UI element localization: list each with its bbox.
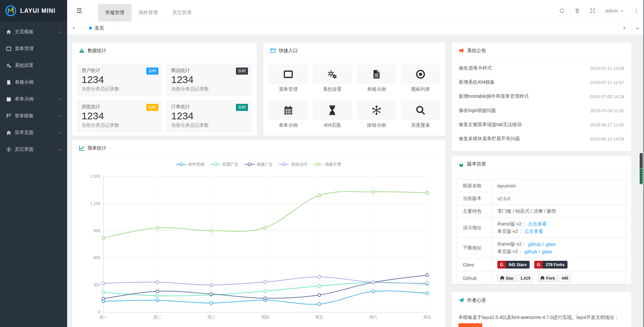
sidebar-item-5[interactable]: 登录模板 [0, 108, 67, 124]
github-count[interactable]: 1,419 [517, 275, 533, 282]
version-link[interactable]: gitee [542, 249, 552, 254]
legend-item-3[interactable]: 直接访问 [279, 162, 307, 167]
layui-doc-button[interactable]: layui文档 [458, 323, 482, 327]
link-prefix: 单页版-v2： [497, 229, 523, 235]
menu-fold-icon[interactable] [76, 7, 83, 14]
announcement-row-2[interactable]: 新增treetable插件和菜单管理样式2019-07-05 14:28 [459, 89, 624, 104]
announcements-card: 系统公告 修改选项卡样式2019-07-11 23:06新增系统404模板201… [452, 42, 631, 151]
tab-strip: 首页 [67, 22, 644, 35]
snowflake-icon [371, 105, 382, 115]
chart-line-icon [79, 145, 85, 151]
sidebar-item-4[interactable]: 表单示例 [0, 91, 67, 108]
tab-scroll-right-button[interactable] [617, 22, 631, 35]
layuimini-dashboard: LAYUI MINI 主页模板菜单管理系统设置表格示例表单示例登录模板异常页面其… [0, 0, 644, 327]
sidebar-item-3[interactable]: 表格示例 [0, 74, 67, 91]
svg-text:周二: 周二 [153, 315, 161, 320]
clear-cache-trash-icon[interactable] [575, 8, 580, 13]
shortcut-tile [401, 65, 441, 84]
gitee-logo-icon: G [534, 261, 543, 269]
version-link[interactable]: 点击查看 [528, 221, 547, 227]
announcement-date: 2019-07-04 11:02 [590, 108, 624, 113]
shortcuts-header: 快捷入口 [263, 42, 445, 59]
version-row-1: 当前版本v2.0.0 [457, 192, 626, 205]
legend-item-4[interactable]: 搜索引擎 [313, 162, 341, 167]
version-link[interactable]: gitee [545, 242, 555, 247]
sidebar-item-2[interactable]: 系统设置 [0, 57, 67, 74]
shortcut-1[interactable]: 系统设置 [313, 65, 352, 92]
shortcut-label: 表格示例 [357, 86, 396, 92]
announcement-row-4[interactable]: 修复左侧菜单缩放tab无法移动2019-06-17 11:55 [459, 118, 624, 132]
stat-value: 1234 [171, 74, 247, 85]
svg-text:300: 300 [94, 283, 100, 287]
legend-item-2[interactable]: 视频广告 [245, 162, 273, 167]
version-link[interactable]: 点击查看 [524, 229, 543, 235]
sidebar-item-6[interactable]: 异常页面 [0, 124, 67, 141]
module-tab-1[interactable]: 组件管理 [132, 4, 165, 22]
report-title: 报表统计 [88, 145, 106, 151]
announcement-text: 修复多模块菜单栏展开有问题 [459, 136, 520, 142]
announcement-row-5[interactable]: 修复多模块菜单栏展开有问题2019-06-13 14:53 [459, 132, 624, 146]
legend-label: 联盟广告 [222, 162, 239, 167]
module-tab-0[interactable]: 常规管理 [98, 4, 132, 22]
shortcut-tile [313, 65, 352, 84]
announcement-date: 2019-06-17 11:55 [590, 122, 624, 127]
version-row-2: 主要特色零门槛 / 响应式 / 清爽 / 极简 [457, 205, 626, 218]
report-chart-card: 报表统计 邮件营销联盟广告视频广告直接访问搜索引擎 03006009001,20… [72, 140, 445, 327]
sidebar-item-label: 表格示例 [15, 79, 34, 85]
shortcut-0[interactable]: 菜单管理 [268, 65, 308, 92]
stat-grid: 用户统计实时1234当前分类总记录数商品统计实时1234当前分类总记录数浏览统计… [72, 59, 257, 137]
gitee-badge[interactable]: G941 Stars [497, 261, 530, 269]
legend-item-1[interactable]: 联盟广告 [210, 162, 239, 167]
header-actions: admin [559, 0, 639, 22]
announcement-date: 2019-06-13 14:53 [590, 136, 624, 141]
shortcut-7[interactable]: 百度搜索 [401, 100, 441, 128]
gitee-badge-label: 941 Stars [506, 261, 530, 269]
shortcut-6[interactable]: 按钮示例 [357, 100, 396, 128]
shortcut-5[interactable]: 404页面 [313, 100, 352, 128]
version-header: 版本信息 [452, 156, 631, 172]
announcement-row-1[interactable]: 新增系统404模板2019-07-11 12:57 [459, 75, 624, 89]
github-fork-button[interactable]: Fork [538, 275, 557, 282]
more-menu-icon[interactable] [634, 8, 639, 13]
github-star-button[interactable]: Star [497, 275, 516, 282]
tab-home[interactable]: 首页 [81, 22, 113, 35]
stat-box-1: 商品统计实时1234当前分类总记录数 [166, 64, 252, 96]
shortcuts-title: 快捷入口 [279, 48, 298, 54]
module-tab-2[interactable]: 其它管理 [165, 4, 199, 22]
refresh-icon[interactable] [559, 8, 564, 13]
fullscreen-icon[interactable] [590, 8, 595, 13]
announcement-text: 修改选项卡样式 [459, 65, 492, 71]
tab-scroll-left-button[interactable] [67, 22, 81, 35]
version-card: 版本信息 框架名称layuimini当前版本v2.0.0主要特色零门槛 / 响应… [452, 156, 631, 284]
stat-desc: 当前分类总记录数 [82, 86, 158, 92]
announcement-row-0[interactable]: 修改选项卡样式2019-07-11 23:06 [459, 61, 624, 75]
stat-desc: 当前分类总记录数 [82, 122, 158, 128]
sidebar-item-0[interactable]: 主页模板 [0, 24, 67, 40]
svg-text:周日: 周日 [423, 315, 431, 320]
window-bar-icon [270, 48, 276, 53]
version-table: 框架名称layuimini当前版本v2.0.0主要特色零门槛 / 响应式 / 清… [457, 179, 626, 285]
sidebar-item-7[interactable]: 其它界面 [0, 141, 67, 158]
shortcut-2[interactable]: 表格示例 [357, 65, 396, 92]
legend-item-0[interactable]: 邮件营销 [176, 162, 204, 167]
shortcut-3[interactable]: 图标列表 [401, 65, 441, 92]
flag-icon [6, 113, 11, 119]
link-prefix: iframe版-v2： [497, 241, 526, 247]
author-header: 作者心语 [452, 292, 631, 309]
user-dropdown[interactable]: admin [605, 8, 624, 13]
page-scrollbar[interactable] [640, 0, 643, 327]
announcement-row-3[interactable]: 修改logo缩放问题2019-07-04 11:02 [459, 104, 624, 118]
gitee-badge[interactable]: G278 Forks [534, 261, 567, 269]
sidebar-item-1[interactable]: 菜单管理 [0, 40, 67, 57]
stat-value: 1234 [171, 110, 247, 122]
shortcut-label: 按钮示例 [357, 122, 396, 128]
version-link[interactable]: github [528, 242, 541, 247]
svg-text:周六: 周六 [369, 315, 377, 320]
shortcut-4[interactable]: 表单示例 [268, 100, 308, 128]
logo-mark-icon [5, 5, 17, 17]
github-count[interactable]: 440 [559, 275, 571, 282]
version-link[interactable]: github [524, 249, 537, 254]
logo[interactable]: LAYUI MINI [0, 0, 67, 22]
window-icon [6, 46, 11, 51]
scrollbar-thumb[interactable] [640, 153, 643, 184]
